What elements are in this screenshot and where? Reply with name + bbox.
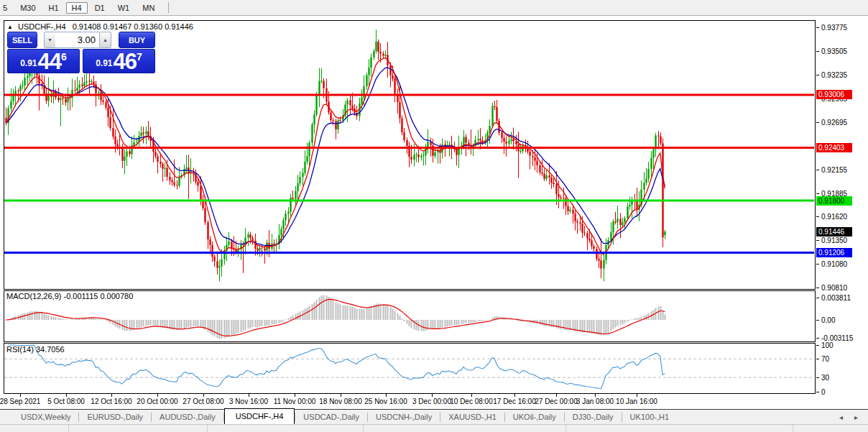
time-tick: [556, 394, 557, 397]
time-tick: [249, 394, 249, 397]
time-label: 11 Nov 00:00: [274, 397, 316, 405]
scale-price-label: 0.90810: [821, 283, 847, 291]
chart-tab-audusd-daily[interactable]: AUDUSD-,Daily: [152, 410, 223, 423]
chart-ohlc-values: 0.91408 0.91467 0.91360 0.91446: [73, 22, 193, 31]
price-badge-0.93006: 0.93006: [816, 90, 852, 99]
scale-tick: [816, 377, 819, 378]
chevron-down-icon: ▾: [48, 37, 51, 43]
buy-button[interactable]: BUY: [119, 32, 155, 48]
macd-label: MACD(12,26,9) -0.001115 0.000780: [6, 292, 133, 300]
time-label: 5 Oct 08:00: [47, 397, 85, 405]
chart-tab-usdchf-h4[interactable]: USDCHF-,H4: [224, 408, 295, 424]
volume-decrease-button[interactable]: ▾: [44, 32, 56, 48]
scale-tick: [816, 288, 819, 288]
scale-price-label: 0.93505: [821, 47, 847, 55]
volume-input[interactable]: [55, 32, 99, 48]
scale-tick: [816, 170, 819, 170]
sell-price-display[interactable]: 0.91 44 6: [7, 49, 80, 73]
time-tick: [386, 394, 387, 397]
sell-price-pips: 44: [38, 52, 61, 71]
status-separator: [68, 425, 69, 432]
time-label: 18 Nov 08:00: [319, 397, 362, 405]
sell-price-prefix: 0.91: [20, 58, 37, 68]
tab-scroll-left-icon[interactable]: ◂: [839, 413, 843, 421]
scale-tick: [816, 122, 819, 123]
price-badge-0.91446: 0.91446: [816, 227, 852, 236]
time-tick: [295, 394, 295, 397]
terminal-window: 5M30H1H4D1W1MN ▲ USDCHF-,H4 0.91408 0.91…: [0, 0, 868, 432]
time-label: 27 Dec 00:00: [535, 397, 578, 405]
scale-tick: [816, 51, 819, 52]
tab-scroll-right-icon[interactable]: ▸: [854, 413, 858, 421]
sell-button[interactable]: SELL: [7, 32, 37, 48]
time-tick: [471, 394, 472, 397]
chart-tab-usdcnh-daily[interactable]: USDCNH-,Daily: [368, 410, 440, 423]
scale-price-label: 0.91350: [821, 236, 847, 244]
scale-price-label: 0.91080: [821, 260, 847, 268]
time-label: 20 Oct 00:00: [137, 397, 177, 405]
scale-tick: [816, 338, 819, 339]
time-label: 27 Oct 08:00: [183, 397, 223, 405]
time-label: 3 Nov 16:00: [229, 397, 268, 405]
status-separator: [565, 425, 566, 432]
price-badge-0.92403: 0.92403: [816, 143, 852, 152]
scale-tick: [816, 320, 819, 321]
chart-tab-eurusd-daily[interactable]: EURUSD-,Daily: [79, 410, 151, 423]
rsi-scale-label: 100: [821, 341, 834, 349]
macd-scale-label: 0.00: [821, 316, 835, 324]
one-click-trading-panel: SELL ▾ ▴ BUY 0.91 44 6 0.91 46 7: [7, 32, 155, 73]
scale-tick: [816, 27, 819, 28]
chart-tab-dj30-daily[interactable]: DJ30-,Daily: [565, 410, 622, 423]
time-label: 12 Oct 16:00: [91, 397, 131, 405]
price-badge-0.91800: 0.91800: [816, 196, 852, 206]
scale-price-label: 0.93235: [821, 70, 847, 78]
scale-price-label: 0.92695: [821, 118, 847, 126]
chart-tab-xauusd-h1[interactable]: XAUUSD-,H1: [440, 410, 504, 423]
status-separator: [363, 425, 364, 432]
status-separator: [793, 425, 793, 432]
time-tick: [341, 394, 341, 397]
sell-price-point: 6: [61, 51, 67, 63]
scale-tick: [816, 298, 819, 298]
rsi-label: RSI(14) 34.7056: [6, 345, 65, 354]
chart-tab-ukoil-daily[interactable]: UKOil-,Daily: [505, 410, 564, 423]
scale-tick: [816, 193, 819, 194]
chart-tab-bar: USDX,WeeklyEURUSD-,DailyAUDUSD-,DailyUSD…: [0, 409, 868, 424]
rsi-scale-label: 0: [821, 387, 826, 395]
buy-price-point: 7: [137, 51, 142, 63]
time-tick: [20, 394, 21, 397]
chevron-up-icon: ▴: [103, 37, 106, 43]
time-tick: [432, 394, 433, 397]
time-tick: [595, 394, 596, 397]
status-bar: [0, 424, 868, 432]
time-tick: [514, 394, 515, 397]
scale-price-label: 0.92155: [821, 165, 847, 173]
buy-price-pips: 46: [114, 52, 137, 71]
time-label: 28 Sep 2021: [0, 397, 40, 405]
chart-header: ▲ USDCHF-,H4 0.91408 0.91467 0.91360 0.9…: [7, 22, 193, 31]
volume-increase-button[interactable]: ▴: [99, 32, 111, 48]
chart-symbol-period: USDCHF-,H4: [18, 22, 66, 31]
scale-price-label: 0.91620: [821, 213, 847, 221]
scale-price-label: 0.93775: [821, 24, 847, 32]
scale-tick: [816, 359, 819, 359]
time-label: 17 Dec 16:00: [493, 397, 536, 405]
time-tick: [637, 394, 637, 397]
scale-tick: [816, 75, 819, 75]
chart-tab-usdcad-daily[interactable]: USDCAD-,Daily: [295, 410, 367, 423]
time-label: 25 Nov 16:00: [364, 397, 407, 405]
buy-price-display[interactable]: 0.91 46 7: [83, 49, 155, 73]
chart-tab-uk100-h1[interactable]: UK100-,H1: [622, 410, 677, 423]
time-label: 3 Jan 08:00: [576, 397, 614, 405]
status-separator: [207, 425, 208, 432]
time-tick: [111, 394, 112, 397]
macd-scale-label: 0.003811: [821, 293, 851, 301]
rsi-scale-label: 30: [821, 374, 829, 382]
time-tick: [203, 394, 204, 397]
scale-tick: [816, 264, 819, 265]
scale-tick: [816, 216, 819, 217]
collapse-panel-icon[interactable]: ▲: [7, 24, 13, 30]
chart-tab-usdx-weekly[interactable]: USDX,Weekly: [13, 410, 78, 423]
buy-price-prefix: 0.91: [96, 58, 112, 68]
time-label: 3 Dec 00:00: [412, 397, 451, 405]
